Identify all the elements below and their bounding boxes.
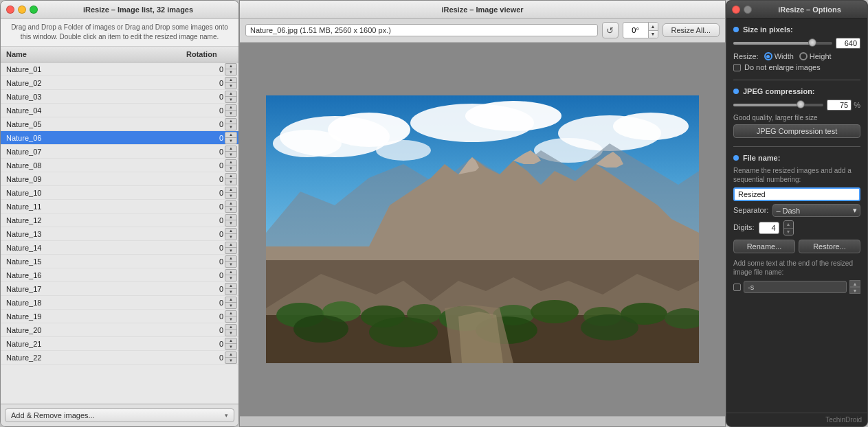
- stepper-up-icon[interactable]: ▲: [225, 297, 236, 303]
- stepper-down-icon[interactable]: ▼: [225, 220, 236, 226]
- item-stepper[interactable]: ▲ ▼: [225, 200, 237, 213]
- item-stepper[interactable]: ▲ ▼: [225, 255, 237, 268]
- height-radio-button[interactable]: [799, 52, 808, 60]
- size-slider-thumb[interactable]: [808, 38, 816, 47]
- height-radio-label[interactable]: Height: [799, 52, 832, 60]
- stepper-down-icon[interactable]: ▼: [225, 97, 236, 102]
- stepper-down-icon[interactable]: ▼: [225, 193, 236, 198]
- item-stepper[interactable]: ▲ ▼: [225, 63, 237, 76]
- stepper-up-icon[interactable]: ▲: [225, 91, 236, 97]
- list-item[interactable]: Nature_10 0 ▲ ▼: [1, 186, 238, 200]
- stepper-up-icon[interactable]: ▲: [225, 242, 236, 249]
- options-minimize-button[interactable]: [744, 5, 752, 14]
- suffix-arrows[interactable]: ▲ ▼: [849, 280, 860, 294]
- item-stepper[interactable]: ▲ ▼: [225, 118, 237, 130]
- list-item[interactable]: Nature_16 0 ▲ ▼: [1, 268, 238, 282]
- list-item[interactable]: Nature_04 0 ▲ ▼: [1, 104, 238, 117]
- suffix-input[interactable]: [744, 281, 847, 293]
- jpeg-slider-track[interactable]: [733, 104, 823, 106]
- list-item[interactable]: Nature_14 0 ▲ ▼: [1, 241, 238, 255]
- item-stepper[interactable]: ▲ ▼: [225, 338, 237, 350]
- item-stepper[interactable]: ▲ ▼: [225, 159, 237, 172]
- stepper-down-icon[interactable]: ▼: [225, 111, 236, 116]
- stepper-up-icon[interactable]: ▲: [225, 284, 236, 290]
- add-remove-button[interactable]: Add & Remove images... ▾: [5, 408, 234, 422]
- stepper-down-icon[interactable]: ▼: [225, 179, 236, 185]
- item-stepper[interactable]: ▲ ▼: [225, 242, 237, 254]
- item-stepper[interactable]: ▲ ▼: [225, 132, 237, 144]
- suffix-up-button[interactable]: ▲: [849, 280, 860, 287]
- stepper-up-icon[interactable]: ▲: [225, 187, 236, 194]
- digits-stepper[interactable]: ▲ ▼: [783, 220, 794, 235]
- stepper-up-icon[interactable]: ▲: [225, 174, 236, 180]
- stepper-down-icon[interactable]: ▼: [225, 234, 236, 240]
- list-item[interactable]: Nature_03 0 ▲ ▼: [1, 90, 238, 104]
- rotation-arrows[interactable]: ▲ ▼: [648, 23, 658, 38]
- item-stepper[interactable]: ▲ ▼: [225, 297, 237, 309]
- size-slider-track[interactable]: [733, 42, 832, 45]
- list-item[interactable]: Nature_20 0 ▲ ▼: [1, 323, 238, 337]
- item-stepper[interactable]: ▲ ▼: [225, 228, 237, 240]
- separator-select[interactable]: – Dash ▾: [772, 204, 860, 217]
- options-close-button[interactable]: [732, 5, 740, 14]
- viewer-scrollbar[interactable]: [240, 416, 725, 426]
- stepper-down-icon[interactable]: ▼: [225, 344, 236, 349]
- stepper-down-icon[interactable]: ▼: [225, 289, 236, 295]
- jpeg-value-box[interactable]: 75: [827, 100, 852, 111]
- rotation-up-button[interactable]: ▲: [649, 23, 658, 31]
- size-value-box[interactable]: 640: [836, 38, 860, 49]
- item-stepper[interactable]: ▲ ▼: [225, 146, 237, 158]
- stepper-up-icon[interactable]: ▲: [225, 270, 236, 276]
- stepper-down-icon[interactable]: ▼: [225, 316, 236, 322]
- rename-button[interactable]: Rename...: [733, 240, 795, 253]
- stepper-up-icon[interactable]: ▲: [225, 256, 236, 262]
- list-item[interactable]: Nature_08 0 ▲ ▼: [1, 159, 238, 172]
- stepper-down-icon[interactable]: ▼: [225, 303, 236, 308]
- stepper-down-icon[interactable]: ▼: [225, 83, 236, 89]
- jpeg-test-button[interactable]: JPEG Compression test: [733, 124, 860, 138]
- list-item[interactable]: Nature_05 0 ▲ ▼: [1, 117, 238, 131]
- stepper-up-icon[interactable]: ▲: [225, 105, 236, 111]
- item-stepper[interactable]: ▲ ▼: [225, 324, 237, 336]
- digits-up-button[interactable]: ▲: [784, 221, 793, 229]
- stepper-down-icon[interactable]: ▼: [225, 275, 236, 281]
- stepper-down-icon[interactable]: ▼: [225, 152, 236, 157]
- digits-down-button[interactable]: ▼: [784, 229, 793, 235]
- no-enlarge-checkbox[interactable]: [733, 64, 741, 71]
- stepper-down-icon[interactable]: ▼: [225, 124, 236, 130]
- stepper-up-icon[interactable]: ▲: [225, 338, 236, 345]
- list-item[interactable]: Nature_12 0 ▲ ▼: [1, 214, 238, 227]
- restore-button[interactable]: Restore...: [799, 240, 860, 253]
- resize-all-button[interactable]: Resize All...: [663, 23, 720, 37]
- minimize-button[interactable]: [18, 5, 26, 14]
- stepper-up-icon[interactable]: ▲: [225, 352, 236, 358]
- item-stepper[interactable]: ▲ ▼: [225, 351, 237, 364]
- refresh-button[interactable]: ↺: [602, 22, 619, 38]
- list-item[interactable]: Nature_18 0 ▲ ▼: [1, 296, 238, 310]
- stepper-up-icon[interactable]: ▲: [225, 78, 236, 84]
- list-item[interactable]: Nature_01 0 ▲ ▼: [1, 62, 238, 76]
- list-item[interactable]: Nature_22 0 ▲ ▼: [1, 351, 238, 365]
- list-item[interactable]: Nature_19 0 ▲ ▼: [1, 310, 238, 323]
- item-stepper[interactable]: ▲ ▼: [225, 214, 237, 227]
- stepper-down-icon[interactable]: ▼: [225, 207, 236, 212]
- suffix-checkbox[interactable]: [733, 284, 741, 291]
- stepper-up-icon[interactable]: ▲: [225, 215, 236, 221]
- stepper-down-icon[interactable]: ▼: [225, 358, 236, 363]
- list-item[interactable]: Nature_11 0 ▲ ▼: [1, 200, 238, 214]
- stepper-down-icon[interactable]: ▼: [225, 330, 236, 336]
- suffix-down-button[interactable]: ▼: [849, 287, 860, 294]
- rotation-stepper[interactable]: 0° ▲ ▼: [623, 22, 658, 38]
- list-scroll-area[interactable]: Nature_01 0 ▲ ▼ Nature_02 0 ▲ ▼ Nature_0…: [1, 62, 238, 404]
- list-item[interactable]: Nature_13 0 ▲ ▼: [1, 227, 238, 241]
- jpeg-slider-thumb[interactable]: [797, 100, 805, 108]
- filename-input[interactable]: [733, 187, 860, 201]
- item-stepper[interactable]: ▲ ▼: [225, 310, 237, 323]
- list-item[interactable]: Nature_02 0 ▲ ▼: [1, 76, 238, 90]
- stepper-down-icon[interactable]: ▼: [225, 138, 236, 143]
- item-stepper[interactable]: ▲ ▼: [225, 91, 237, 103]
- stepper-down-icon[interactable]: ▼: [225, 165, 236, 171]
- stepper-up-icon[interactable]: ▲: [225, 146, 236, 152]
- list-item[interactable]: Nature_15 0 ▲ ▼: [1, 255, 238, 268]
- stepper-down-icon[interactable]: ▼: [225, 69, 236, 75]
